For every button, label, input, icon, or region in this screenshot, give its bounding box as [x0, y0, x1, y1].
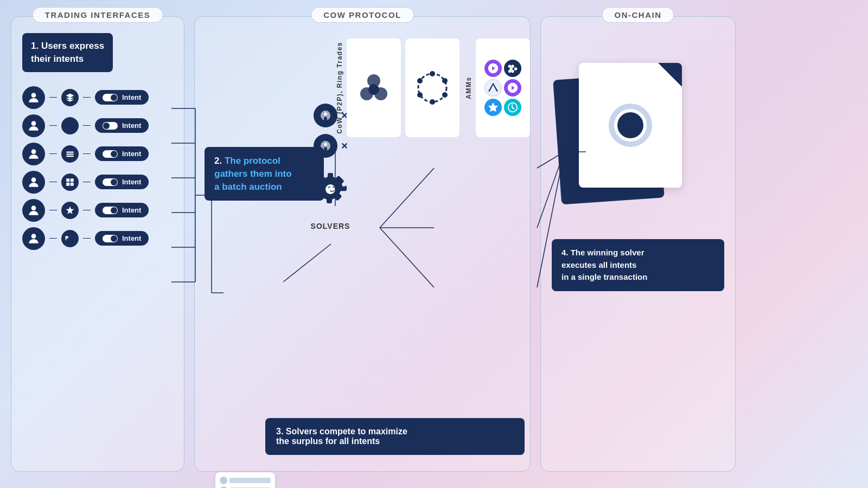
step1-number: 1. [31, 41, 41, 51]
user-avatar-6 [22, 227, 45, 250]
step4-text: 4. The winning solverexecutes all intent… [561, 248, 647, 281]
connector-2 [49, 125, 57, 126]
step2-text: 2. The protocolgathers them intoa batch … [214, 156, 292, 192]
svg-rect-4 [66, 153, 74, 155]
svg-point-27 [417, 92, 423, 98]
connector-4b [83, 182, 91, 183]
svg-point-25 [442, 92, 448, 98]
svg-point-17 [326, 184, 335, 194]
amms-label: AMMs [464, 38, 474, 137]
connector-2b [83, 125, 91, 126]
protocol-panel: COW PROTOCOL 2. The protocolgathers them… [194, 16, 531, 472]
intent-label-3: Intent [122, 150, 141, 158]
svg-point-13 [31, 234, 36, 239]
protocol-icon-1 [61, 89, 79, 106]
onchain-panel: ON-CHAIN 4. The winning solverexecutes a… [540, 16, 736, 472]
svg-point-24 [442, 78, 448, 84]
svg-rect-9 [66, 182, 69, 185]
user-row-2: Intent [22, 114, 173, 137]
user-avatar-4 [22, 171, 45, 194]
svg-point-29 [508, 65, 512, 68]
svg-point-22 [418, 74, 446, 102]
amms-box [476, 38, 530, 137]
step2-box: 2. The protocolgathers them intoa batch … [205, 147, 324, 201]
protocol-icon-6: ₱ [61, 230, 79, 247]
svg-rect-3 [66, 151, 74, 152]
intent-toggle-4 [103, 178, 118, 186]
user-avatar-5 [22, 199, 45, 222]
amm-icon-4 [504, 79, 521, 97]
protocol-panel-label: COW PROTOCOL [311, 7, 414, 23]
protocol-icon-3 [61, 145, 79, 163]
user-row-5: Intent [22, 199, 173, 222]
intent-pill-2: Intent [95, 118, 149, 133]
svg-rect-5 [66, 156, 74, 157]
cow-box [347, 38, 401, 137]
user-avatar-3 [22, 143, 45, 165]
svg-point-34 [514, 67, 518, 70]
svg-rect-7 [66, 178, 69, 182]
intent-label-2: Intent [122, 121, 141, 130]
connector-5b [83, 210, 91, 211]
amm-icon-5 [484, 99, 502, 116]
svg-point-31 [510, 67, 513, 70]
doc-corner-front [658, 63, 682, 87]
trading-panel-label: TRADING INTERFACES [33, 7, 163, 23]
svg-point-28 [417, 78, 423, 84]
intent-label-6: Intent [122, 234, 141, 242]
user-row-3: Intent [22, 143, 173, 165]
svg-point-15 [324, 113, 327, 116]
document-container [552, 49, 724, 234]
amm-icon-1 [484, 60, 502, 77]
intent-pill-5: Intent [95, 203, 149, 217]
ring-box [405, 38, 459, 137]
user-row-6: ₱ Intent [22, 227, 173, 250]
intent-toggle-3 [103, 150, 118, 158]
connector-4 [49, 182, 57, 183]
amm-icon-6 [504, 99, 521, 116]
intent-toggle-2 [103, 122, 118, 130]
svg-point-26 [430, 99, 435, 105]
solutions-container: CoW (P2P), Ring Trades [335, 38, 530, 137]
svg-point-30 [511, 65, 514, 68]
amm-icon-3 [484, 79, 502, 97]
trading-panel: TRADING INTERFACES 1. Users expresstheir… [11, 16, 184, 472]
svg-point-1 [31, 121, 36, 126]
amm-icon-2 [504, 60, 521, 77]
user-row-4: Intent [22, 171, 173, 194]
svg-marker-12 [66, 206, 74, 214]
order-book: ORDER BOOK [215, 472, 275, 488]
doc-front [579, 63, 682, 188]
main-layout: TRADING INTERFACES 1. Users expresstheir… [11, 16, 857, 472]
connector-1b [83, 97, 91, 98]
order-dot-1 [220, 477, 227, 484]
svg-text:₱: ₱ [65, 235, 69, 241]
intent-pill-6: Intent [95, 231, 149, 246]
connector-6 [49, 238, 57, 239]
connector-1 [49, 97, 57, 98]
step4-box: 4. The winning solverexecutes all intent… [552, 239, 724, 291]
connector-3b [83, 153, 91, 155]
connector-3 [49, 153, 57, 155]
user-rows: Intent Intent [22, 86, 173, 250]
intent-toggle-6 [103, 235, 118, 242]
cow-section: CoW (P2P), Ring Trades [335, 38, 401, 137]
order-row-1 [220, 477, 271, 484]
intent-toggle-1 [103, 94, 118, 101]
svg-point-16 [324, 143, 327, 146]
intent-label-1: Intent [122, 93, 141, 101]
amm-icons-grid [484, 60, 521, 116]
step3-box: 3. Solvers compete to maximizethe surplu… [265, 418, 525, 455]
onchain-panel-label: ON-CHAIN [602, 7, 674, 23]
step3-text: 3. Solvers compete to maximizethe surplu… [276, 427, 407, 446]
solvers-label: SOLVERS [311, 222, 350, 230]
svg-marker-35 [488, 102, 498, 112]
user-avatar-2 [22, 114, 45, 137]
intent-pill-3: Intent [95, 146, 149, 161]
svg-point-21 [368, 84, 379, 95]
user-avatar-1 [22, 86, 45, 109]
connector-6b [83, 238, 91, 239]
doc-inner-circle [617, 112, 643, 138]
step1-box: 1. Users expresstheir intents [22, 33, 113, 72]
connector-5 [49, 210, 57, 211]
